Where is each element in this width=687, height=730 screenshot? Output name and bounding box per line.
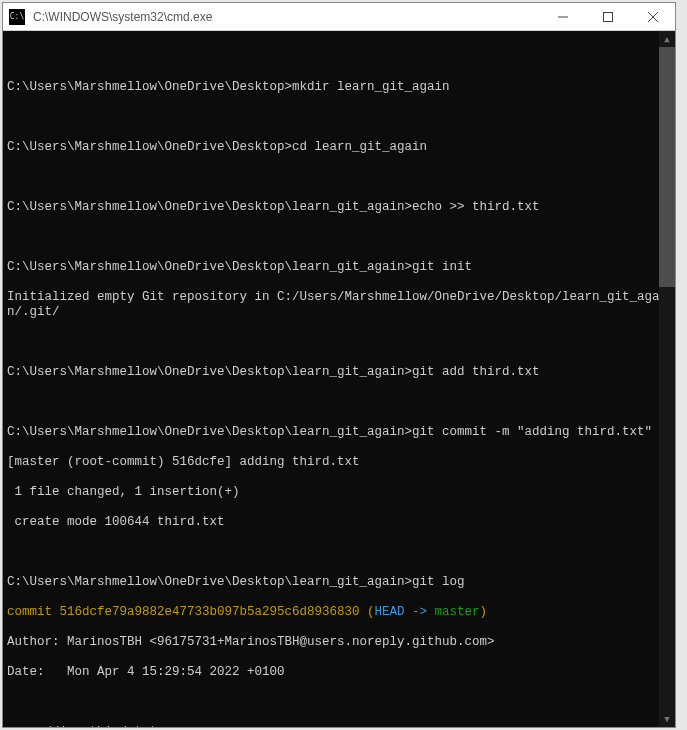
blank-line [7,395,675,410]
terminal-content: C:\Users\Marshmellow\OneDrive\Desktop>mk… [3,31,675,727]
output-line: 1 file changed, 1 insertion(+) [7,485,675,500]
output-line: Date: Mon Apr 4 15:29:54 2022 +0100 [7,665,675,680]
output-line: create mode 100644 third.txt [7,515,675,530]
titlebar[interactable]: C:\ C:\WINDOWS\system32\cmd.exe [3,3,675,31]
scrollbar-thumb[interactable] [659,47,675,287]
output-line: [master (root-commit) 516dcfe] adding th… [7,455,675,470]
maximize-button[interactable] [585,3,630,31]
window-controls [540,3,675,31]
close-button[interactable] [630,3,675,31]
output-line: C:\Users\Marshmellow\OneDrive\Desktop>cd… [7,140,675,155]
cmd-icon: C:\ [9,9,25,25]
window-title: C:\WINDOWS\system32\cmd.exe [31,10,540,24]
scroll-down-button[interactable]: ▼ [659,711,675,727]
output-line: C:\Users\Marshmellow\OneDrive\Desktop>mk… [7,80,675,95]
blank-line [7,695,675,710]
blank-line [7,335,675,350]
blank-line [7,50,675,65]
blank-line [7,230,675,245]
output-line: C:\Users\Marshmellow\OneDrive\Desktop\le… [7,575,675,590]
output-line: C:\Users\Marshmellow\OneDrive\Desktop\le… [7,260,675,275]
cmd-window: C:\ C:\WINDOWS\system32\cmd.exe C:\Users… [2,2,676,728]
output-line: C:\Users\Marshmellow\OneDrive\Desktop\le… [7,365,675,380]
scrollbar[interactable]: ▲ ▼ [659,31,675,727]
blank-line [7,110,675,125]
output-line: Initialized empty Git repository in C:/U… [7,290,675,320]
output-line: C:\Users\Marshmellow\OneDrive\Desktop\le… [7,425,675,440]
blank-line [7,170,675,185]
terminal-body[interactable]: C:\Users\Marshmellow\OneDrive\Desktop>mk… [3,31,675,727]
output-line: C:\Users\Marshmellow\OneDrive\Desktop\le… [7,200,675,215]
output-line: Author: MarinosTBH <96175731+MarinosTBH@… [7,635,675,650]
minimize-button[interactable] [540,3,585,31]
scroll-up-button[interactable]: ▲ [659,31,675,47]
blank-line [7,545,675,560]
output-line: commit 516dcfe79a9882e47733b097b5a295c6d… [7,605,675,620]
svg-rect-1 [603,12,612,21]
output-line: adding third.txt [7,725,675,727]
